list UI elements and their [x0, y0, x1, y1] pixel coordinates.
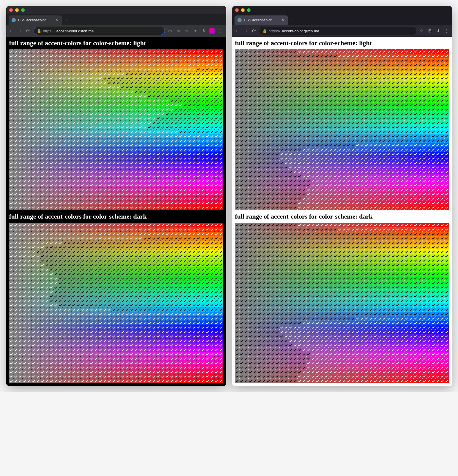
checkbox-sample[interactable] — [161, 374, 165, 379]
checkbox-sample[interactable] — [360, 303, 364, 307]
checkbox-sample[interactable] — [338, 165, 342, 170]
checkbox-sample[interactable] — [382, 49, 387, 54]
checkbox-sample[interactable] — [219, 290, 223, 294]
checkbox-sample[interactable] — [121, 94, 125, 98]
checkbox-sample[interactable] — [266, 196, 271, 201]
checkbox-sample[interactable] — [405, 192, 409, 196]
checkbox-sample[interactable] — [396, 152, 400, 156]
checkbox-sample[interactable] — [382, 352, 387, 356]
checkbox-sample[interactable] — [306, 54, 311, 58]
checkbox-sample[interactable] — [248, 254, 253, 258]
checkbox-sample[interactable] — [257, 307, 262, 312]
checkbox-sample[interactable] — [170, 312, 174, 316]
checkbox-sample[interactable] — [210, 272, 214, 276]
checkbox-sample[interactable] — [244, 223, 248, 227]
checkbox-sample[interactable] — [351, 205, 355, 210]
checkbox-sample[interactable] — [183, 63, 188, 67]
checkbox-sample[interactable] — [14, 249, 18, 254]
checkbox-sample[interactable] — [266, 165, 271, 170]
checkbox-sample[interactable] — [23, 63, 27, 67]
checkbox-sample[interactable] — [351, 161, 355, 165]
checkbox-sample[interactable] — [9, 334, 14, 339]
checkbox-sample[interactable] — [329, 290, 333, 294]
checkbox-sample[interactable] — [138, 174, 143, 178]
checkbox-sample[interactable] — [103, 370, 107, 374]
checkbox-sample[interactable] — [147, 58, 152, 63]
checkbox-sample[interactable] — [147, 147, 152, 152]
checkbox-sample[interactable] — [174, 112, 179, 116]
checkbox-sample[interactable] — [431, 281, 436, 285]
checkbox-sample[interactable] — [201, 241, 205, 245]
checkbox-sample[interactable] — [347, 94, 351, 98]
checkbox-sample[interactable] — [373, 134, 378, 138]
checkbox-sample[interactable] — [409, 316, 413, 321]
checkbox-sample[interactable] — [125, 227, 130, 232]
checkbox-sample[interactable] — [240, 281, 244, 285]
checkbox-sample[interactable] — [125, 112, 130, 116]
checkbox-sample[interactable] — [18, 152, 23, 156]
checkbox-sample[interactable] — [436, 325, 440, 330]
checkbox-sample[interactable] — [112, 263, 116, 267]
checkbox-sample[interactable] — [121, 370, 125, 374]
checkbox-sample[interactable] — [76, 330, 81, 334]
checkbox-sample[interactable] — [138, 58, 143, 63]
checkbox-sample[interactable] — [257, 138, 262, 143]
checkbox-sample[interactable] — [333, 272, 338, 276]
checkbox-sample[interactable] — [130, 143, 134, 147]
checkbox-sample[interactable] — [355, 192, 360, 196]
checkbox-sample[interactable] — [165, 72, 170, 76]
checkbox-sample[interactable] — [306, 152, 311, 156]
checkbox-sample[interactable] — [192, 281, 196, 285]
checkbox-sample[interactable] — [67, 276, 72, 281]
checkbox-sample[interactable] — [9, 379, 14, 383]
checkbox-sample[interactable] — [156, 374, 161, 379]
checkbox-sample[interactable] — [214, 85, 219, 89]
checkbox-sample[interactable] — [210, 112, 214, 116]
checkbox-sample[interactable] — [284, 161, 289, 165]
checkbox-sample[interactable] — [382, 152, 387, 156]
checkbox-sample[interactable] — [121, 379, 125, 383]
checkbox-sample[interactable] — [40, 121, 45, 125]
checkbox-sample[interactable] — [152, 343, 156, 347]
checkbox-sample[interactable] — [85, 227, 89, 232]
checkbox-sample[interactable] — [431, 143, 436, 147]
checkbox-sample[interactable] — [76, 339, 81, 343]
checkbox-sample[interactable] — [174, 334, 179, 339]
checkbox-sample[interactable] — [165, 232, 170, 236]
checkbox-sample[interactable] — [116, 281, 121, 285]
checkbox-sample[interactable] — [431, 178, 436, 183]
checkbox-sample[interactable] — [413, 103, 418, 107]
checkbox-sample[interactable] — [14, 290, 18, 294]
checkbox-sample[interactable] — [125, 330, 130, 334]
checkbox-sample[interactable] — [280, 379, 284, 383]
checkbox-sample[interactable] — [396, 156, 400, 161]
checkbox-sample[interactable] — [306, 347, 311, 352]
checkbox-sample[interactable] — [391, 258, 396, 263]
checkbox-sample[interactable] — [244, 339, 248, 343]
checkbox-sample[interactable] — [214, 161, 219, 165]
checkbox-sample[interactable] — [373, 303, 378, 307]
checkbox-sample[interactable] — [18, 80, 23, 85]
checkbox-sample[interactable] — [183, 187, 188, 192]
checkbox-sample[interactable] — [298, 192, 302, 196]
checkbox-sample[interactable] — [192, 94, 196, 98]
checkbox-sample[interactable] — [81, 67, 85, 72]
checkbox-sample[interactable] — [201, 103, 205, 107]
checkbox-sample[interactable] — [284, 343, 289, 347]
checkbox-sample[interactable] — [445, 290, 449, 294]
checkbox-sample[interactable] — [427, 138, 431, 143]
checkbox-sample[interactable] — [156, 178, 161, 183]
checkbox-sample[interactable] — [192, 365, 196, 370]
checkbox-sample[interactable] — [413, 201, 418, 205]
checkbox-sample[interactable] — [192, 201, 196, 205]
checkbox-sample[interactable] — [188, 379, 192, 383]
checkbox-sample[interactable] — [201, 316, 205, 321]
checkbox-sample[interactable] — [58, 254, 63, 258]
checkbox-sample[interactable] — [134, 236, 138, 241]
checkbox-sample[interactable] — [201, 152, 205, 156]
checkbox-sample[interactable] — [107, 94, 112, 98]
checkbox-sample[interactable] — [134, 365, 138, 370]
checkbox-sample[interactable] — [98, 161, 103, 165]
checkbox-sample[interactable] — [311, 174, 315, 178]
checkbox-sample[interactable] — [45, 236, 49, 241]
